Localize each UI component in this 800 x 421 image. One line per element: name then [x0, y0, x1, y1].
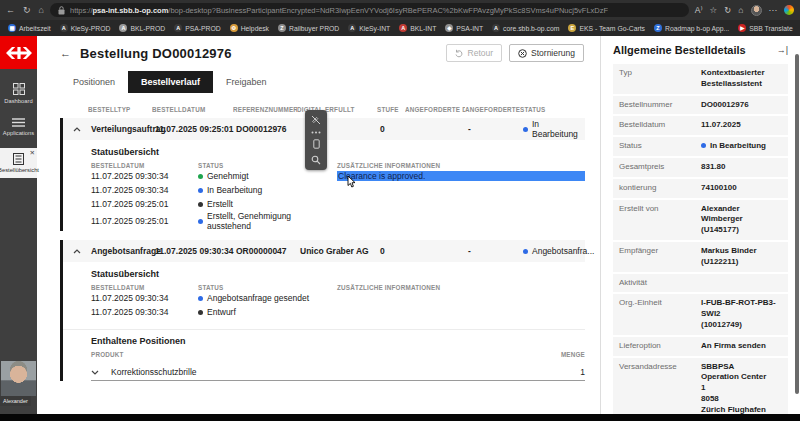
detail-value: 11.07.2025: [701, 120, 782, 131]
bookmark-icon: A: [174, 24, 182, 32]
bookmark-icon: ▦: [8, 24, 16, 32]
detail-value: An Firma senden: [701, 341, 782, 352]
bookmark-icon: Z: [654, 24, 662, 32]
column-header: BESTELLDATUM: [152, 106, 233, 113]
copilot-icon[interactable]: [784, 5, 794, 15]
sbb-logo[interactable]: [0, 36, 37, 69]
bookmark-item[interactable]: ▦ Arbeitszeit: [8, 24, 51, 32]
detail-label: Bestellnummer: [619, 100, 701, 111]
detail-row: Aktivität: [613, 274, 788, 293]
browser-menu-icon[interactable]: ⋯: [769, 5, 778, 15]
bookmark-icon: A: [348, 24, 356, 32]
tab[interactable]: Positionen: [60, 71, 128, 93]
more-options-icon[interactable]: [311, 131, 321, 134]
expand-chevron-icon[interactable]: [91, 367, 111, 377]
detail-row: Lieferoption An Firma senden: [613, 337, 788, 356]
retour-icon: [455, 49, 464, 58]
bookmark-item[interactable]: Z Roadmap b-op App...: [654, 24, 729, 32]
user-avatar[interactable]: [1, 361, 36, 396]
retour-button[interactable]: Retour: [446, 44, 503, 62]
detail-label: Versandadresse: [619, 362, 701, 414]
detail-label: Aktivität: [619, 278, 701, 289]
back-navigation-icon[interactable]: ←: [60, 47, 71, 59]
history-group-row[interactable]: Angebotsanfrage 11.07.2025 09:30:34 OR00…: [63, 240, 585, 262]
order-details-panel: Allgemeine Bestelldetails →| Typ Kontext…: [601, 36, 800, 414]
detail-row: Status In Bearbeitung: [613, 137, 788, 156]
refresh-icon[interactable]: ↻: [23, 5, 31, 15]
additional-info-text[interactable]: Clearance is approved.: [337, 171, 585, 181]
bookmark-item[interactable]: A BKL-PROD: [119, 24, 165, 32]
bookmark-item[interactable]: A KleSy-PROD: [60, 24, 111, 32]
detail-value: Kontextbasierter Bestellassistent: [701, 68, 782, 90]
detail-row: Versandadresse SBBPSA Operation Center 1…: [613, 358, 788, 414]
page-title: Bestellung DO00012976: [80, 46, 232, 61]
tab[interactable]: Bestellverlauf: [128, 71, 213, 93]
status-row: 11.07.2025 09:30:34 Angebotsanfrage gese…: [91, 291, 585, 305]
detail-label: kontierung: [619, 183, 701, 194]
column-header: REFERENZNUMMER: [233, 106, 297, 113]
browser-address-bar: ← ↻ ⌂ https://psa-int.sbb.b-op.com/bop-d…: [0, 0, 800, 20]
bookmark-icon: A: [119, 24, 127, 32]
home-icon[interactable]: ⌂: [39, 5, 44, 15]
url-input[interactable]: https://psa-int.sbb.b-op.com/bop-desktop…: [50, 3, 689, 17]
column-header: ANGEFORDERTE DIGIT...: [405, 106, 465, 113]
selection-mini-toolbar: [305, 110, 327, 170]
detail-row: kontierung 74100100: [613, 179, 788, 198]
collections-icon[interactable]: ⌂: [738, 5, 743, 15]
close-icon[interactable]: ✕: [30, 149, 35, 157]
bookmark-item[interactable]: A BKL-INT: [399, 24, 436, 32]
read-aloud-icon[interactable]: A⁾: [695, 5, 703, 15]
status-row: 11.07.2025 09:30:34 In Bearbeitung: [91, 183, 585, 197]
bookmark-item[interactable]: A PSA-PROD: [174, 24, 221, 32]
extension-icon[interactable]: ↻: [724, 5, 731, 15]
status-row: 11.07.2025 09:25:01 Erstellt: [91, 197, 585, 211]
stornierung-button[interactable]: Stornierung: [509, 44, 584, 62]
detail-row: Gesamtpreis 831.80: [613, 158, 788, 177]
bookmark-item[interactable]: A KleSy-INT: [348, 24, 390, 32]
favorite-star-icon[interactable]: ☆: [710, 5, 718, 15]
detail-row: Bestelldatum 11.07.2025: [613, 116, 788, 135]
browser-profile-avatar[interactable]: [751, 5, 762, 16]
detail-value: DO00012976: [701, 100, 782, 111]
detail-label: Erstellt von: [619, 204, 701, 236]
bookmark-item[interactable]: Z Railbuyer PROD: [278, 24, 339, 32]
status-row: 11.07.2025 09:30:34 Entwurf: [91, 305, 585, 319]
collapse-chevron-icon[interactable]: [63, 127, 91, 132]
sidebar-item-label: Bestellübersicht: [0, 167, 39, 174]
detail-value: 831.80: [701, 162, 782, 173]
bookmark-icon: A: [492, 24, 500, 32]
sidebar-item-bestelluebersicht-active[interactable]: ✕ Bestellübersicht: [0, 148, 37, 178]
pen-slash-icon[interactable]: [311, 115, 321, 125]
collapse-panel-icon[interactable]: →|: [777, 45, 788, 55]
bookmark-item[interactable]: ⚙ Helpdesk: [230, 24, 269, 32]
url-text: https://psa-int.sbb.b-op.com/bop-desktop…: [70, 6, 608, 15]
bookmark-item[interactable]: ▶ SBB Translate: [738, 24, 792, 32]
status-badge: In Bearbeitung: [523, 119, 585, 139]
detail-row: Empfänger Markus Binder (U122211): [613, 242, 788, 272]
cancel-circle-icon: [518, 49, 527, 58]
position-row[interactable]: Korrektionsschutzbrille 1: [91, 363, 585, 381]
search-icon[interactable]: [311, 155, 321, 165]
detail-label: Bestelldatum: [619, 120, 701, 131]
detail-row: Erstellt von Alexander Wimberger (U14517…: [613, 200, 788, 240]
copy-icon[interactable]: [313, 139, 320, 149]
bookmark-item[interactable]: E EKS - Team Go-Carts: [568, 24, 645, 32]
detail-label: Typ: [619, 68, 701, 90]
bookmark-item[interactable]: ◆ PSA-INT: [445, 24, 483, 32]
sidebar-item-dashboard[interactable]: Dashboard: [0, 83, 37, 104]
back-icon[interactable]: ←: [6, 5, 15, 15]
collapse-chevron-icon[interactable]: [63, 249, 91, 254]
tab[interactable]: Freigaben: [213, 71, 280, 93]
panel-scrollbar[interactable]: [795, 54, 799, 394]
bookmark-item[interactable]: A core.sbb.b-op.com: [492, 24, 559, 32]
detail-row: Bestellnummer DO00012976: [613, 96, 788, 115]
detail-value: Alexander Wimberger (U145177): [701, 204, 782, 236]
column-header: BESTELLTYP: [88, 106, 152, 113]
status-badge: Angebotsanfra...: [523, 246, 594, 256]
sidebar-item-applications[interactable]: Applications: [0, 118, 37, 136]
user-name: Alexander: [0, 396, 31, 406]
column-header: ANGEFORDERTES LIEF...: [465, 106, 520, 113]
detail-label: Gesamtpreis: [619, 162, 701, 173]
taskbar-strip: [0, 414, 800, 421]
bookmarks-bar: ▦ Arbeitszeit A KleSy-PROD A BKL-PROD A …: [0, 20, 800, 36]
